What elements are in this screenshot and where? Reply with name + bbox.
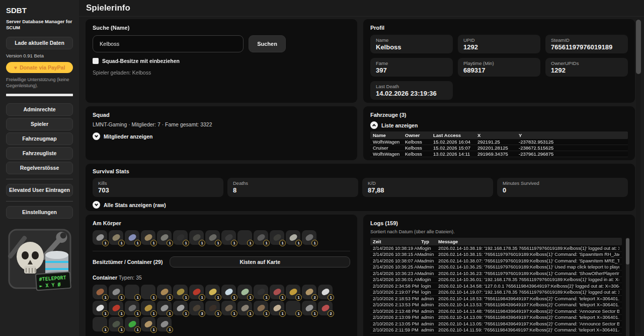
item-count-badge: 1 — [295, 310, 302, 317]
load-data-button[interactable]: Lade aktuelle Daten — [6, 37, 73, 49]
container-item-slot[interactable]: 1 — [125, 301, 139, 315]
body-item-slot[interactable]: 1 — [109, 230, 123, 245]
container-item-slot[interactable]: 1 — [318, 285, 333, 299]
log-row[interactable]: 2/14/2026 10:36:25 AM admin 2026.02.14-1… — [370, 264, 622, 271]
log-row[interactable]: 2/10/2026 2:19:07 PM login 2026.02.10-14… — [370, 290, 622, 296]
container-item-slot[interactable]: 1 — [286, 301, 300, 315]
log-row[interactable]: 2/10/2026 2:13:53 PM admin 2026.02.10-14… — [370, 302, 622, 309]
sidebar-item-fahrzeugmap[interactable]: Fahrzeugmap — [6, 132, 73, 145]
chevron-down-icon — [93, 201, 100, 209]
sidebar-item-fahrzeugliste[interactable]: Fahrzeugliste — [6, 147, 73, 160]
sidebar-item-elevated-user[interactable]: Elevated User Eintragen — [6, 184, 73, 196]
container-item-slot[interactable]: 1 — [173, 301, 188, 315]
log-row[interactable]: 2/10/2026 2:13:09 PM admin 2026.02.10-14… — [370, 315, 622, 321]
profile-field: Name Kelboss — [370, 35, 453, 53]
body-item-slot[interactable]: 1 — [205, 230, 220, 245]
body-item-slot[interactable]: 1 — [302, 230, 316, 245]
page-scrollbar-track[interactable] — [636, 19, 641, 333]
container-item-slot[interactable]: 2 — [318, 301, 333, 315]
sidebar-item-einstellungen[interactable]: Einstellungen — [6, 206, 73, 219]
container-item-slot[interactable]: 1 — [302, 301, 316, 315]
container-item-slot[interactable]: 2 — [302, 285, 316, 299]
container-item-slot[interactable]: 1 — [93, 317, 107, 331]
all-stats-expander[interactable]: Alle Stats anzeigen (raw) — [93, 201, 628, 209]
body-item-slot[interactable]: 1 — [221, 230, 236, 245]
log-row[interactable]: 2/14/2026 10:38:15 AM admin 2026.02.14-1… — [370, 252, 622, 258]
vehicle-y: -237832.953125 — [519, 139, 625, 145]
container-item-slot[interactable]: 1 — [237, 285, 252, 299]
donate-paypal-button[interactable]: ♥Donate via PayPal — [6, 62, 73, 73]
log-row[interactable]: 2/14/2026 10:38:07 AM admin 2026.02.14-1… — [370, 258, 622, 264]
item-count-badge: 1 — [102, 310, 109, 317]
profile-field-value: 76561197976019189 — [551, 43, 622, 51]
log-row[interactable]: 2/10/2026 2:13:05 PM admin 2026.02.10-14… — [370, 321, 622, 327]
body-item-slot[interactable]: 1 — [141, 230, 155, 245]
container-item-slot[interactable]: 1 — [237, 301, 252, 315]
log-row[interactable]: 2/14/2026 10:38:19 AM login 2026.02.14-1… — [370, 245, 622, 252]
body-item-slot[interactable]: 1 — [173, 230, 188, 245]
search-button[interactable]: Suchen — [249, 35, 286, 52]
sidebar-item-spieler[interactable]: Spieler — [6, 118, 73, 130]
container-item-slot[interactable]: 1 — [270, 285, 284, 299]
container-item-slot[interactable]: 1 — [254, 285, 268, 299]
container-item-slot[interactable]: 1 — [205, 285, 220, 299]
container-item-slot[interactable]: 1 — [270, 301, 284, 315]
item-count-badge: 1 — [199, 294, 205, 301]
search-input[interactable] — [93, 35, 244, 52]
sidebar-item-regelverstoesse[interactable]: Regelverstösse — [6, 162, 73, 174]
container-item-slot[interactable]: 1 — [173, 285, 188, 299]
container-item-slot[interactable]: 1 — [221, 285, 236, 299]
container-item-slot[interactable]: 1 — [221, 301, 236, 315]
body-item-slot[interactable]: 1 — [189, 230, 204, 245]
container-item-slot[interactable]: 1 — [157, 285, 172, 299]
item-count-badge: 1 — [279, 310, 286, 317]
log-row[interactable]: 2/10/2026 2:11:59 PM admin 2026.02.10-14… — [370, 327, 622, 334]
container-item-slot[interactable]: 1 — [141, 317, 155, 331]
log-typ: admin — [421, 264, 438, 270]
container-item-slot[interactable]: 1 — [205, 301, 220, 315]
body-item-slot[interactable]: 1 — [270, 230, 284, 245]
container-item-slot[interactable]: 1 — [286, 285, 300, 299]
log-row[interactable]: 2/10/2026 2:18:53 PM admin 2026.02.10-14… — [370, 296, 622, 302]
container-item-slot[interactable]: 1 — [189, 285, 204, 299]
sidebar-item-adminrechte[interactable]: Adminrechte — [6, 103, 73, 116]
container-item-slot[interactable]: 1 — [141, 301, 155, 315]
container-item-slot[interactable]: 1 — [157, 301, 172, 315]
container-item-slot[interactable]: 1 — [109, 317, 123, 331]
vehicle-row[interactable]: WolfsWagen Kelboss 13.02.2026 14:11 2919… — [370, 151, 628, 157]
vehicle-row[interactable]: Cruiser Kelboss 15.02.2026 15:07 292201.… — [370, 145, 628, 151]
vehicles-list-expander[interactable]: Liste anzeigen — [370, 121, 628, 129]
container-item-slot[interactable]: 1 — [254, 301, 268, 315]
logs-scrollbar-thumb[interactable] — [626, 238, 629, 264]
body-item-slot[interactable]: 1 — [157, 230, 172, 245]
squad-include-checkbox[interactable] — [93, 58, 99, 64]
logs-scrollbar-track[interactable] — [626, 238, 629, 336]
container-item-slot[interactable]: 1 — [93, 301, 107, 315]
page-scrollbar-thumb[interactable] — [636, 20, 641, 74]
log-row[interactable]: 2/14/2026 10:36:01 AM login 2026.02.14-1… — [370, 277, 622, 284]
body-item-slot[interactable]: 1 — [125, 230, 139, 245]
crates-on-map-button[interactable]: Kisten auf Karte — [170, 256, 350, 267]
container-item-slot[interactable]: 3 — [189, 301, 204, 315]
survival-stat: Minutes Survived 0 — [497, 178, 628, 197]
body-item-slot[interactable]: 1 — [286, 230, 300, 245]
container-item-slot[interactable]: 1 — [141, 285, 155, 299]
log-row[interactable]: 2/14/2026 10:36:23 AM admin 2026.02.14-1… — [370, 271, 622, 277]
squad-members-expander[interactable]: Mitglieder anzeigen — [93, 132, 350, 140]
container-item-slot[interactable]: 1 — [93, 285, 107, 299]
vehicle-name: Cruiser — [373, 145, 405, 151]
container-item-slot[interactable]: 1 — [109, 301, 123, 315]
vehicle-row[interactable]: WolfsWagen Kelboss 15.02.2026 16:04 2921… — [370, 139, 628, 145]
item-count-badge: 1 — [263, 240, 270, 246]
body-item-slot[interactable]: 1 — [237, 230, 252, 245]
vehicles-expander-label: Liste anzeigen — [381, 122, 418, 128]
log-row[interactable]: 2/10/2026 2:13:48 PM admin 2026.02.10-14… — [370, 308, 622, 315]
body-item-slot[interactable]: 1 — [93, 230, 107, 245]
container-item-slot[interactable]: 1 — [109, 285, 123, 299]
all-stats-expander-label: Alle Stats anzeigen (raw) — [104, 202, 166, 208]
container-item-slot[interactable]: 1 — [125, 285, 139, 299]
log-row[interactable]: 2/10/2026 2:34:58 PM login 2026.02.10-14… — [370, 283, 622, 290]
body-item-slot[interactable]: 1 — [254, 230, 268, 245]
container-item-slot[interactable]: 1 — [157, 317, 172, 331]
container-item-slot[interactable]: 1 — [125, 317, 139, 331]
